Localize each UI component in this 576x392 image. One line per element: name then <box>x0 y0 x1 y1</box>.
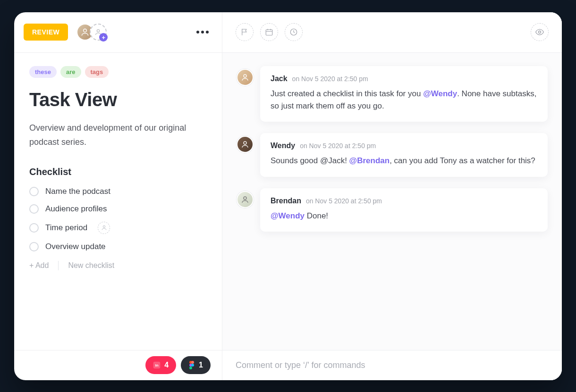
comment-author: Brendan <box>271 197 301 205</box>
comment-body: Just created a checklist in this task fo… <box>271 88 537 113</box>
comment-author: Jack <box>271 75 288 83</box>
invision-icon: in <box>153 361 161 369</box>
svg-point-12 <box>539 31 541 33</box>
watchers-button[interactable] <box>531 23 549 41</box>
mention[interactable]: @Brendan <box>349 156 390 165</box>
svg-point-6 <box>191 361 194 364</box>
svg-point-14 <box>244 142 246 144</box>
task-modal: REVIEW + these are tags Task View <box>14 12 562 380</box>
svg-point-8 <box>191 364 194 367</box>
figma-count: 1 <box>199 361 203 369</box>
comment: Jack on Nov 5 2020 at 2:50 pm Just creat… <box>237 66 548 122</box>
checklist-item: Name the podcast <box>29 187 207 196</box>
comment-timestamp: on Nov 5 2020 at 2:50 pm <box>300 142 376 150</box>
checklist-item-label[interactable]: Name the podcast <box>45 187 110 196</box>
mention[interactable]: @Wendy <box>271 211 305 220</box>
comment-body: @Wendy Done! <box>271 210 537 222</box>
checklist-item: Audience profiles <box>29 204 207 214</box>
tag[interactable]: are <box>60 66 81 78</box>
checklist-item: Overview update <box>29 242 207 251</box>
task-body: these are tags Task View Overview and de… <box>14 53 222 350</box>
comment: Wendy on Nov 5 2020 at 2:50 pm Sounds go… <box>237 133 548 176</box>
comment-avatar[interactable] <box>237 191 254 208</box>
svg-point-9 <box>189 367 192 369</box>
comment-composer <box>222 350 562 380</box>
assignee-group: + <box>76 24 107 41</box>
add-assignee-button[interactable]: + <box>90 24 107 41</box>
task-description[interactable]: Overview and development of our original… <box>29 121 207 150</box>
checkbox[interactable] <box>29 187 39 196</box>
comment-bubble: Jack on Nov 5 2020 at 2:50 pm Just creat… <box>260 66 548 122</box>
checkbox[interactable] <box>29 242 39 251</box>
svg-point-2 <box>103 225 105 227</box>
activity-pane: Jack on Nov 5 2020 at 2:50 pm Just creat… <box>222 12 562 380</box>
due-date-button[interactable] <box>260 23 278 41</box>
checklist-item-label[interactable]: Audience profiles <box>45 204 107 214</box>
svg-text:in: in <box>155 363 159 367</box>
svg-point-1 <box>97 30 100 32</box>
figma-icon <box>188 361 195 369</box>
figma-attachment-chip[interactable]: 1 <box>181 356 211 374</box>
task-footer: in 4 1 <box>14 350 222 380</box>
task-title[interactable]: Task View <box>29 89 207 110</box>
svg-point-13 <box>244 75 246 77</box>
tag[interactable]: tags <box>85 66 109 78</box>
comment-text: Sounds good @Jack! <box>271 156 349 165</box>
comment-author: Wendy <box>271 142 295 150</box>
comment-avatar[interactable] <box>237 69 254 86</box>
comment-bubble: Brendan on Nov 5 2020 at 2:50 pm @Wendy … <box>260 188 548 232</box>
checklist-item-label[interactable]: Time period <box>45 223 87 233</box>
task-pane: REVIEW + these are tags Task View <box>14 12 222 380</box>
checklist-item-label[interactable]: Overview update <box>45 242 106 251</box>
new-checklist-button[interactable]: New checklist <box>68 261 114 270</box>
checkbox[interactable] <box>29 223 39 233</box>
comment-body: Sounds good @Jack! @Brendan, can you add… <box>271 155 537 167</box>
priority-button[interactable] <box>236 23 254 41</box>
svg-point-15 <box>244 197 246 200</box>
time-tracking-button[interactable] <box>285 23 303 41</box>
activity-header <box>222 12 562 53</box>
comment-timestamp: on Nov 5 2020 at 2:50 pm <box>306 197 382 205</box>
comment-text: , can you add Tony as a watcher for this… <box>390 156 535 165</box>
invision-attachment-chip[interactable]: in 4 <box>145 356 176 374</box>
comment: Brendan on Nov 5 2020 at 2:50 pm @Wendy … <box>237 188 548 232</box>
comment-text: Just created a checklist in this task fo… <box>271 89 423 98</box>
mention[interactable]: @Wendy <box>423 89 457 98</box>
add-item-button[interactable]: + Add <box>29 261 49 270</box>
comment-bubble: Wendy on Nov 5 2020 at 2:50 pm Sounds go… <box>260 133 548 176</box>
comment-text: Done! <box>305 211 328 220</box>
svg-point-0 <box>84 29 87 32</box>
comment-timestamp: on Nov 5 2020 at 2:50 pm <box>292 75 368 83</box>
comment-input[interactable] <box>236 360 549 370</box>
tag[interactable]: these <box>29 66 57 78</box>
comment-thread: Jack on Nov 5 2020 at 2:50 pm Just creat… <box>222 53 562 350</box>
assign-item-button[interactable] <box>98 222 110 234</box>
task-header: REVIEW + <box>14 12 222 53</box>
divider <box>58 261 59 270</box>
checkbox[interactable] <box>29 204 39 214</box>
plus-icon: + <box>99 33 108 42</box>
svg-rect-10 <box>266 30 272 35</box>
checklist-item: Time period <box>29 222 207 234</box>
more-menu-button[interactable] <box>193 27 212 37</box>
tags-row: these are tags <box>29 66 207 78</box>
invision-count: 4 <box>164 361 169 369</box>
comment-avatar[interactable] <box>237 136 254 153</box>
checklist-heading: Checklist <box>29 167 207 177</box>
checklist-actions: + Add New checklist <box>29 261 207 270</box>
status-pill[interactable]: REVIEW <box>24 24 68 41</box>
